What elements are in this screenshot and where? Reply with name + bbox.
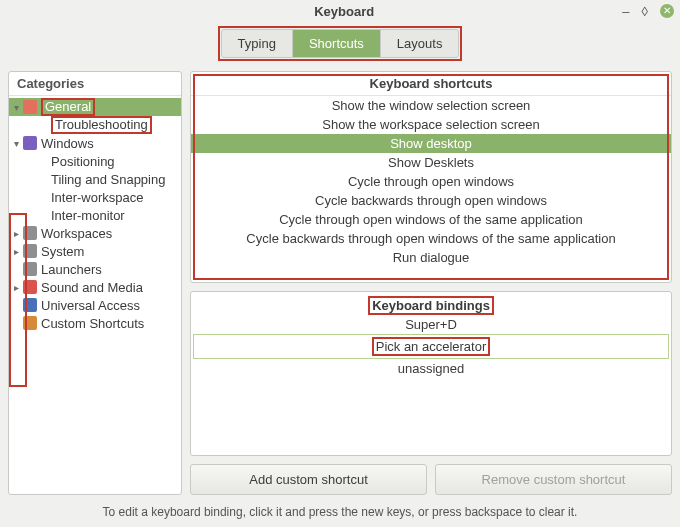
sidebar-item-label: Inter-workspace [51,190,143,205]
sidebar-item[interactable]: Custom Shortcuts [9,314,181,332]
media-icon [23,280,37,294]
binding-row[interactable]: Pick an accelerator [193,334,669,359]
gear-icon [23,100,37,114]
tab-layouts[interactable]: Layouts [381,30,459,57]
sidebar-item[interactable]: Inter-monitor [9,206,181,224]
sidebar-item[interactable]: Tiling and Snapping [9,170,181,188]
shortcut-row[interactable]: Show the window selection screen [191,96,671,115]
settings-window: Keyboard – ◊ ✕ Typing Shortcuts Layouts … [0,0,680,527]
shortcut-row[interactable]: Cycle backwards through open windows of … [191,229,671,248]
chevron-right-icon[interactable]: ▸ [9,282,23,293]
tab-shortcuts[interactable]: Shortcuts [293,30,381,57]
keyboard-bindings-list[interactable]: Super+DPick an acceleratorunassigned [191,315,671,384]
chevron-down-icon[interactable]: ▾ [9,102,23,113]
binding-row[interactable]: Super+D [191,315,671,334]
chevron-down-icon[interactable]: ▾ [9,138,23,149]
shortcut-row[interactable]: Cycle backwards through open windows [191,191,671,210]
shortcut-row[interactable]: Show Desklets [191,153,671,172]
binding-row[interactable]: unassigned [191,359,671,378]
custom-icon [23,316,37,330]
main-area: Categories ▾GeneralTroubleshooting▾Windo… [0,71,680,499]
keyboard-shortcuts-title: Keyboard shortcuts [191,72,671,96]
chevron-right-icon[interactable]: ▸ [9,246,23,257]
workspaces-icon [23,226,37,240]
sidebar-item[interactable]: Universal Access [9,296,181,314]
right-column: Keyboard shortcuts Show the window selec… [190,71,672,495]
maximize-button[interactable]: ◊ [642,4,648,19]
system-icon [23,244,37,258]
keyboard-shortcuts-panel: Keyboard shortcuts Show the window selec… [190,71,672,283]
sidebar-item-label: Inter-monitor [51,208,125,223]
annotation-box: Keyboard bindings [368,296,494,315]
shortcut-row[interactable]: Cycle through open windows [191,172,671,191]
tab-segment: Typing Shortcuts Layouts [221,29,460,58]
window-title: Keyboard [66,4,622,19]
shortcut-row[interactable]: Show desktop [191,134,671,153]
sidebar-item-label: Custom Shortcuts [41,316,144,331]
sidebar-item[interactable]: Positioning [9,152,181,170]
sidebar-item[interactable]: Launchers [9,260,181,278]
sidebar-item-label: Launchers [41,262,102,277]
window-controls: – ◊ ✕ [622,4,674,19]
sidebar-item-label: Positioning [51,154,115,169]
launchers-icon [23,262,37,276]
access-icon [23,298,37,312]
sidebar-item[interactable]: Inter-workspace [9,188,181,206]
titlebar: Keyboard – ◊ ✕ [0,0,680,22]
add-custom-shortcut-button[interactable]: Add custom shortcut [190,464,427,495]
tab-typing[interactable]: Typing [222,30,293,57]
sidebar-item[interactable]: ▸Sound and Media [9,278,181,296]
sidebar-item-label: General [45,99,91,114]
keyboard-bindings-panel: Keyboard bindings Super+DPick an acceler… [190,291,672,456]
tab-row: Typing Shortcuts Layouts [0,22,680,71]
sidebar-item-label: Tiling and Snapping [51,172,165,187]
close-button[interactable]: ✕ [660,4,674,18]
sidebar-item[interactable]: ▸System [9,242,181,260]
button-row: Add custom shortcut Remove custom shortc… [190,464,672,495]
sidebar-item[interactable]: ▸Workspaces [9,224,181,242]
minimize-button[interactable]: – [622,4,629,19]
annotation-box: General [41,98,95,116]
shortcut-row[interactable]: Show the workspace selection screen [191,115,671,134]
sidebar-item-label: Windows [41,136,94,151]
windows-icon [23,136,37,150]
sidebar-item-label: Universal Access [41,298,140,313]
categories-title: Categories [9,72,181,96]
shortcut-row[interactable]: Cycle through open windows of the same a… [191,210,671,229]
sidebar-item[interactable]: ▾General [9,98,181,116]
annotation-box: Pick an accelerator [372,337,491,356]
footer-hint: To edit a keyboard binding, click it and… [0,499,680,527]
sidebar-item-label: Workspaces [41,226,112,241]
sidebar-item-label: Sound and Media [41,280,143,295]
annotation-box: Troubleshooting [51,116,152,134]
sidebar-item-label: Troubleshooting [55,117,148,132]
shortcut-row[interactable]: Run dialogue [191,248,671,267]
chevron-right-icon[interactable]: ▸ [9,228,23,239]
sidebar-item[interactable]: Troubleshooting [9,116,181,134]
categories-tree[interactable]: ▾GeneralTroubleshooting▾WindowsPositioni… [9,96,181,494]
keyboard-bindings-title: Keyboard bindings [372,298,490,313]
close-icon: ✕ [663,6,671,16]
keyboard-shortcuts-list[interactable]: Show the window selection screenShow the… [191,96,671,267]
remove-custom-shortcut-button: Remove custom shortcut [435,464,672,495]
categories-panel: Categories ▾GeneralTroubleshooting▾Windo… [8,71,182,495]
sidebar-item-label: System [41,244,84,259]
sidebar-item[interactable]: ▾Windows [9,134,181,152]
